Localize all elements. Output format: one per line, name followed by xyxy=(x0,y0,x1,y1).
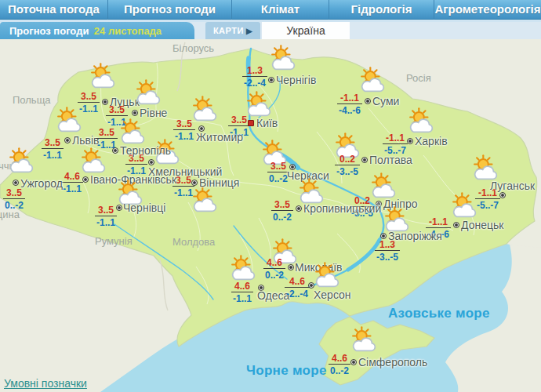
night-temp: -2..-4 xyxy=(242,77,267,88)
day-temp: 3..5 xyxy=(106,105,128,116)
sub-nav: Прогноз погоди 24 листопада КАРТИ▶ Украї… xyxy=(0,22,541,39)
chevron-right-icon: ▶ xyxy=(246,27,252,35)
city-label[interactable]: Херсон xyxy=(314,289,351,301)
temperature-range: 1..3 -2..-4 xyxy=(242,66,267,88)
legend-link[interactable]: Умовні позначки xyxy=(4,377,87,390)
country-label: Білорусь xyxy=(172,42,214,54)
day-temp: -1..1 xyxy=(383,133,408,144)
temperature-range: -1..1 -5..-7 xyxy=(383,133,408,155)
day-temp: 3..5 xyxy=(96,128,118,139)
city-label[interactable]: Вінниця xyxy=(199,176,239,189)
day-temp: 3..5 xyxy=(228,115,250,126)
city-label[interactable]: Запоріжжя xyxy=(388,230,442,242)
sun-cloud-icon xyxy=(470,154,501,181)
temperature-range: 4..6 -1..1 xyxy=(231,281,253,303)
nav-tab[interactable]: Гідрологія xyxy=(329,0,434,20)
city-label[interactable]: Чернівці xyxy=(123,201,165,214)
day-temp: 4..6 xyxy=(263,258,285,269)
maps-button[interactable]: КАРТИ▶ xyxy=(205,22,260,39)
night-temp: -1..1 xyxy=(231,292,253,303)
day-temp: 4..6 xyxy=(231,281,253,292)
day-temp: 3..5 xyxy=(267,162,289,172)
temperature-range: 3..5 -1..1 xyxy=(96,128,118,150)
temperature-range: 3..5 0..-2 xyxy=(271,200,293,222)
night-temp: -2..-4 xyxy=(285,288,310,299)
city-label[interactable]: Ужгород xyxy=(20,177,63,190)
sun-cloud-icon xyxy=(117,118,148,145)
sun-cloud-icon xyxy=(5,147,37,174)
day-temp: 0..2 xyxy=(335,154,360,165)
city-marker xyxy=(133,111,137,115)
city-label[interactable]: Житомир xyxy=(196,131,243,143)
night-temp: -4..-6 xyxy=(337,104,362,115)
city-label[interactable]: Кропивницький xyxy=(303,202,381,215)
sun-cloud-icon xyxy=(357,67,388,93)
day-temp: 3..5 xyxy=(271,200,293,211)
temperature-range: 0..2 -3..-5 xyxy=(335,154,360,176)
sun-cloud-icon xyxy=(243,91,274,118)
tab-ukraine[interactable]: Україна xyxy=(262,22,350,39)
sun-cloud-icon xyxy=(405,107,437,134)
night-temp: 0..-2 xyxy=(271,211,293,222)
city-label[interactable]: Луганськ xyxy=(490,180,535,192)
city-marker xyxy=(117,205,122,210)
temperature-range: 3..5 0..-2 xyxy=(3,188,25,210)
city-label[interactable]: Донецьк xyxy=(461,219,503,231)
city-marker xyxy=(289,265,293,270)
city-marker xyxy=(365,99,370,103)
city-marker xyxy=(296,206,301,211)
city-marker xyxy=(454,223,459,227)
night-temp: -1..1 xyxy=(172,187,194,198)
city-label[interactable]: Рівне xyxy=(140,107,167,119)
city-marker xyxy=(248,120,254,126)
nav-tab[interactable]: Клімат xyxy=(231,0,329,20)
city-label[interactable]: Харків xyxy=(415,135,448,147)
city-marker xyxy=(500,193,505,198)
city-label[interactable]: Сімферополь xyxy=(358,356,427,368)
city-marker xyxy=(351,360,356,365)
day-temp: 4..6 xyxy=(329,354,350,365)
tab-forecast-active[interactable]: Прогноз погоди 24 листопада xyxy=(0,22,194,39)
day-temp: 3..5 xyxy=(3,188,25,199)
city-label[interactable]: Чернігів xyxy=(276,74,316,86)
sun-cloud-icon xyxy=(381,206,412,233)
temperature-range: 1..3 -3..-5 xyxy=(375,240,400,262)
sun-cloud-icon xyxy=(227,255,259,281)
day-temp: 4..6 xyxy=(61,172,83,183)
night-temp: -3..-5 xyxy=(375,251,400,262)
temperature-range: 3..5 -1..1 xyxy=(125,154,147,176)
city-marker xyxy=(13,180,18,185)
day-temp: 4..6 xyxy=(285,277,310,288)
city-marker xyxy=(381,234,386,238)
temperature-range: -1..1 -4..-6 xyxy=(337,93,362,115)
day-temp: 3..5 xyxy=(95,205,117,216)
nav-tab[interactable]: Прогноз погоди xyxy=(107,0,231,20)
city-marker xyxy=(65,138,70,143)
nav-tab[interactable]: Агрометеорологія xyxy=(434,0,541,20)
day-temp: 3..5 xyxy=(173,119,195,130)
night-temp: -1..1 xyxy=(61,183,83,194)
country-label: Молдова xyxy=(172,236,215,248)
city-marker xyxy=(408,139,412,143)
night-temp: -3..-5 xyxy=(335,165,360,176)
city-label[interactable]: Полтава xyxy=(369,154,412,166)
city-label[interactable]: Суми xyxy=(372,95,399,107)
city-label[interactable]: Тернопіль xyxy=(120,144,171,157)
city-label[interactable]: Київ xyxy=(256,117,278,129)
country-label: Росія xyxy=(406,72,431,84)
sun-cloud-icon xyxy=(448,192,480,219)
sun-cloud-icon xyxy=(348,326,379,353)
country-label: Румунія xyxy=(95,235,133,247)
night-temp: 0..-2 xyxy=(263,269,285,280)
nav-tab[interactable]: Поточна погода xyxy=(0,0,107,20)
night-temp: -1..1 xyxy=(42,149,64,160)
maps-button-label: КАРТИ xyxy=(213,26,244,35)
sun-cloud-icon xyxy=(87,63,118,89)
sun-cloud-icon xyxy=(189,96,220,122)
sun-cloud-icon xyxy=(133,79,164,106)
temperature-range: 4..6 0..-2 xyxy=(329,354,350,376)
sun-cloud-icon xyxy=(311,262,343,289)
city-marker xyxy=(113,148,118,153)
city-marker xyxy=(83,177,88,182)
city-marker xyxy=(362,158,367,162)
